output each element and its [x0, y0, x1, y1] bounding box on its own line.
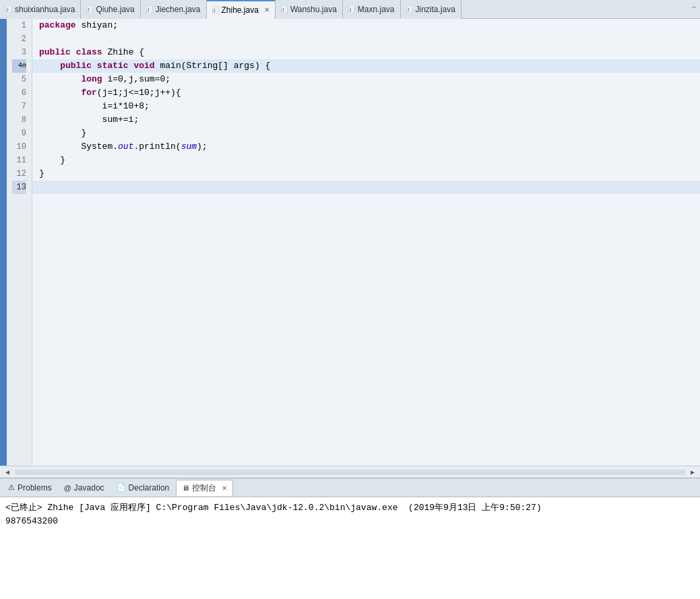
tab-label: Qiuhe.java [96, 5, 134, 14]
code-line-6: for(j=1;j<=10;j++){ [32, 86, 700, 100]
console-line-2: 9876543200 [5, 515, 695, 528]
tab-close-icon[interactable]: ✕ [264, 6, 269, 13]
tab-problems-label: Problems [18, 483, 52, 493]
tab-console-label: 控制台 [192, 482, 216, 494]
line-num-6: 6 [12, 86, 26, 100]
line-num-10: 10 [12, 140, 26, 154]
line-num-4: 4⊖ [12, 59, 26, 73]
tab-label: Jiechen.java [156, 5, 201, 14]
tab-problems[interactable]: ⚠ Problems [3, 480, 57, 496]
console-close-icon[interactable]: ✕ [222, 484, 227, 492]
code-line-3: public class Zhihe { [32, 46, 700, 59]
tab-declaration-label: Declaration [129, 483, 170, 493]
tab-label: Jinzita.java [416, 5, 455, 14]
code-line-8: sum+=i; [32, 113, 700, 127]
tab-shuixianhua[interactable]: J shuixianhua.java [0, 0, 81, 19]
declaration-icon: 📄 [117, 483, 126, 492]
tab-javadoc-label: Javadoc [74, 483, 104, 493]
line-num-11: 11 [12, 154, 26, 167]
tab-javadoc[interactable]: @ Javadoc [59, 480, 110, 496]
scroll-track[interactable] [15, 470, 685, 475]
tab-wanshu[interactable]: J Wanshu.java [276, 0, 343, 19]
tab-declaration[interactable]: 📄 Declaration [111, 480, 175, 496]
javadoc-icon: @ [64, 484, 71, 492]
code-line-4: public static void main(String[] args) { [32, 59, 700, 73]
line-num-8: 8 [12, 113, 26, 127]
line-num-13: 13 [12, 181, 26, 194]
console-line-1: <已终止> Zhihe [Java 应用程序] C:\Program Files… [5, 501, 695, 515]
code-line-1: package shiyan; [32, 19, 700, 32]
tab-label: Maxn.java [358, 5, 395, 14]
svg-text:J: J [147, 7, 149, 12]
tab-maxn[interactable]: J Maxn.java [343, 0, 401, 19]
java-file-icon: J [5, 5, 12, 13]
scroll-right-icon[interactable]: ▶ [688, 467, 697, 478]
java-file-icon: J [212, 6, 219, 14]
tab-label: shuixianhua.java [15, 5, 75, 14]
java-file-icon: J [348, 5, 355, 13]
java-file-icon: J [86, 5, 93, 13]
code-line-7: i=i*10+8; [32, 100, 700, 113]
console-output: <已终止> Zhihe [Java 应用程序] C:\Program Files… [0, 497, 700, 599]
line-numbers: 1 2 3 4⊖ 5 6 7 8 9 10 11 12 13 [7, 19, 32, 466]
line-num-7: 7 [12, 100, 26, 113]
tab-bar: J shuixianhua.java J Qiuhe.java J Jieche… [0, 0, 700, 19]
editor-area: 1 2 3 4⊖ 5 6 7 8 9 10 11 12 13 package s… [0, 19, 700, 466]
code-line-9: } [32, 127, 700, 140]
tab-qiuhe[interactable]: J Qiuhe.java [81, 0, 140, 19]
code-line-12: } [32, 167, 700, 181]
svg-text:J: J [88, 7, 90, 12]
code-line-10: System.out.println(sum); [32, 140, 700, 154]
bottom-panel: ⚠ Problems @ Javadoc 📄 Declaration 🖥 控制台… [0, 478, 700, 599]
svg-text:J: J [349, 7, 351, 12]
code-line-5: long i=0,j,sum=0; [32, 73, 700, 86]
java-file-icon: J [406, 5, 413, 13]
tab-label: Wanshu.java [290, 5, 337, 14]
problems-icon: ⚠ [8, 483, 15, 492]
code-line-2 [32, 32, 700, 46]
console-icon: 🖥 [182, 484, 189, 492]
horizontal-scrollbar[interactable]: ◀ ▶ [0, 466, 700, 478]
bottom-tab-bar: ⚠ Problems @ Javadoc 📄 Declaration 🖥 控制台… [0, 478, 700, 497]
svg-text:J: J [407, 7, 409, 12]
tab-zhihe[interactable]: J Zhihe.java ✕ [207, 0, 276, 19]
java-file-icon: J [146, 5, 153, 13]
line-num-3: 3 [12, 46, 26, 59]
tab-console[interactable]: 🖥 控制台 ✕ [176, 480, 233, 496]
tab-label: Zhihe.java [222, 5, 259, 15]
code-line-13 [32, 181, 700, 194]
code-editor[interactable]: package shiyan; public class Zhihe { pub… [32, 19, 700, 466]
left-gutter-strip [0, 19, 7, 466]
java-file-icon: J [281, 5, 288, 13]
line-num-1: 1 [12, 19, 26, 32]
line-num-5: 5 [12, 73, 26, 86]
scroll-left-icon[interactable]: ◀ [3, 467, 12, 478]
tab-jiechen[interactable]: J Jiechen.java [141, 0, 207, 19]
svg-text:J: J [282, 7, 284, 12]
tab-jinzita[interactable]: J Jinzita.java [401, 0, 462, 19]
line-num-9: 9 [12, 127, 26, 140]
svg-text:J: J [6, 7, 8, 12]
minimize-icon[interactable]: ─ [692, 4, 696, 11]
code-line-11: } [32, 154, 700, 167]
line-num-12: 12 [12, 167, 26, 181]
svg-text:J: J [213, 8, 215, 13]
line-num-2: 2 [12, 32, 26, 46]
